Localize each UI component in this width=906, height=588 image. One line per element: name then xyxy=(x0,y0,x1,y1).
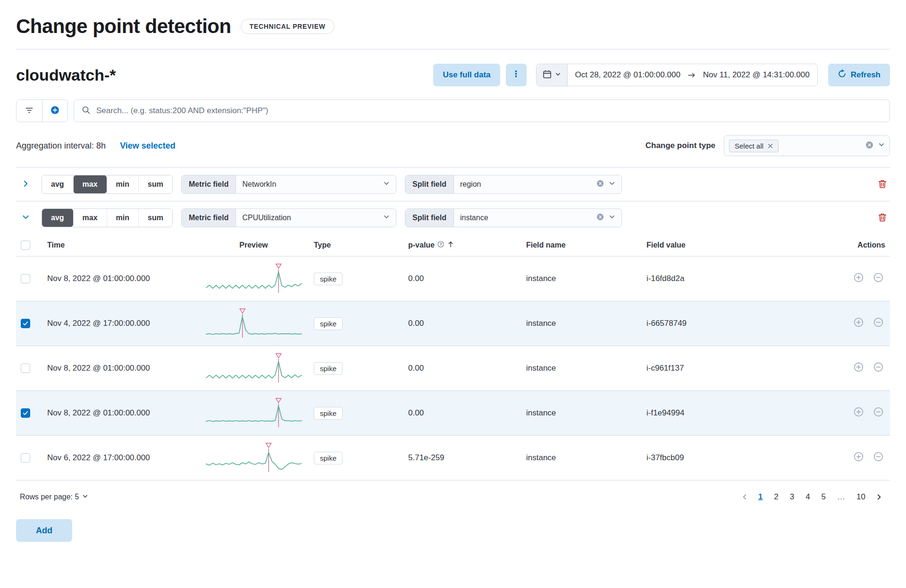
use-full-data-button[interactable]: Use full data xyxy=(433,64,500,86)
split-field-combobox[interactable]: region xyxy=(454,175,621,193)
fn-max-button[interactable]: max xyxy=(73,209,107,227)
metric-field-value: CPUUtilization xyxy=(242,214,378,222)
toolbar: cloudwatch-* Use full data Oct 28, 2022 … xyxy=(16,64,890,86)
delete-config-button[interactable] xyxy=(878,213,887,224)
search-icon xyxy=(82,106,91,116)
metric-field-select[interactable]: CPUUtilization xyxy=(236,209,396,227)
pagination: 12345…10 xyxy=(738,490,886,504)
chevron-down-icon xyxy=(609,180,615,189)
filter-icon xyxy=(25,106,34,116)
search-row xyxy=(16,99,890,122)
row-checkbox[interactable] xyxy=(21,274,30,283)
row-p-value: 0.00 xyxy=(403,257,521,301)
filter-sets-button[interactable] xyxy=(17,100,42,122)
date-picker-menu-button[interactable] xyxy=(537,64,568,86)
split-field-label: Split field xyxy=(405,175,454,193)
page-number[interactable]: 5 xyxy=(817,490,830,504)
clear-selection-icon[interactable] xyxy=(865,141,873,151)
zoom-in-action-icon[interactable] xyxy=(854,407,864,417)
page-number[interactable]: 3 xyxy=(785,490,799,504)
expand-accordion-button[interactable] xyxy=(18,177,33,192)
zoom-in-action-icon[interactable] xyxy=(854,452,864,462)
page-number[interactable]: 1 xyxy=(754,490,767,504)
table-row: Nov 4, 2022 @ 17:00:00.000 spike 0.00 in… xyxy=(16,301,890,346)
row-type-badge: spike xyxy=(314,407,343,420)
chevron-down-icon xyxy=(22,213,30,223)
search-box xyxy=(74,99,890,122)
next-page-button[interactable] xyxy=(872,492,886,502)
fn-min-button[interactable]: min xyxy=(107,209,138,227)
row-field-name: instance xyxy=(521,257,642,301)
view-selected-link[interactable]: View selected xyxy=(120,141,176,151)
clear-selection-icon[interactable] xyxy=(596,213,604,223)
date-start[interactable]: Oct 28, 2022 @ 01:00:00.000 xyxy=(568,70,688,80)
row-checkbox[interactable] xyxy=(21,319,30,328)
question-in-circle-icon: ? xyxy=(437,241,444,249)
search-input[interactable] xyxy=(96,106,882,116)
header-preview: Preview xyxy=(198,234,309,257)
row-checkbox[interactable] xyxy=(21,453,30,463)
rows-per-page-label: Rows per page: 5 xyxy=(20,493,79,501)
page-number[interactable]: 4 xyxy=(801,490,814,504)
row-field-name: instance xyxy=(521,391,642,436)
page-number[interactable]: 2 xyxy=(769,490,783,504)
row-p-value: 0.00 xyxy=(403,301,521,346)
table-body: Nov 8, 2022 @ 01:00:00.000 spike 0.00 in… xyxy=(16,257,890,480)
row-p-value: 0.00 xyxy=(403,391,521,436)
header-actions: Actions xyxy=(797,234,890,257)
chevron-down-icon xyxy=(383,214,390,222)
add-config-button[interactable]: Add xyxy=(16,519,72,542)
fn-sum-button[interactable]: sum xyxy=(138,209,172,227)
zoom-in-action-icon[interactable] xyxy=(854,362,864,372)
header-field-name: Field name xyxy=(521,234,642,257)
header-divider xyxy=(16,49,890,50)
zoom-in-action-icon[interactable] xyxy=(854,317,864,327)
rows-per-page-button[interactable]: Rows per page: 5 xyxy=(20,493,88,501)
change-point-type-combobox[interactable]: Select all xyxy=(724,135,890,156)
fn-sum-button[interactable]: sum xyxy=(138,175,172,193)
header-type: Type xyxy=(309,234,403,257)
change-point-type-pill: Select all xyxy=(729,140,779,152)
technical-preview-badge: TECHNICAL PREVIEW xyxy=(241,19,335,34)
prev-page-button[interactable] xyxy=(738,492,752,502)
date-end[interactable]: Nov 11, 2022 @ 14:31:00.000 xyxy=(696,70,817,80)
row-preview-chart xyxy=(203,442,304,473)
clear-selection-icon[interactable] xyxy=(596,180,604,189)
table-row: Nov 6, 2022 @ 17:00:00.000 spike 5.71e-2… xyxy=(16,436,890,480)
data-view-title: cloudwatch-* xyxy=(16,66,116,84)
function-button-group: avg max min sum xyxy=(42,175,173,194)
fn-min-button[interactable]: min xyxy=(107,175,138,193)
delete-config-button[interactable] xyxy=(878,179,887,190)
aggregation-interval-label: Aggregation interval: 8h xyxy=(16,141,106,151)
filter-out-action-icon[interactable] xyxy=(873,452,883,462)
query-menu-button[interactable] xyxy=(506,64,527,86)
metric-field-select[interactable]: NetworkIn xyxy=(236,175,396,193)
zoom-in-action-icon[interactable] xyxy=(854,273,864,282)
select-all-checkbox[interactable] xyxy=(21,240,30,250)
row-time: Nov 8, 2022 @ 01:00:00.000 xyxy=(42,257,198,301)
remove-pill-icon[interactable] xyxy=(768,142,773,150)
row-type-badge: spike xyxy=(314,362,343,375)
fn-max-button[interactable]: max xyxy=(73,175,107,193)
split-field-combobox[interactable]: instance xyxy=(454,209,621,227)
svg-text:?: ? xyxy=(439,242,442,247)
collapse-accordion-button[interactable] xyxy=(18,210,33,225)
filter-out-action-icon[interactable] xyxy=(873,407,883,417)
refresh-button[interactable]: Refresh xyxy=(828,64,890,86)
row-field-name: instance xyxy=(521,346,642,391)
split-field-value: region xyxy=(460,180,592,189)
header-p-value[interactable]: p-value ? xyxy=(403,234,521,257)
trash-icon xyxy=(878,179,887,190)
filter-out-action-icon[interactable] xyxy=(873,273,883,282)
filter-out-action-icon[interactable] xyxy=(873,317,883,327)
row-checkbox[interactable] xyxy=(21,408,30,418)
row-checkbox[interactable] xyxy=(21,364,30,373)
add-filter-button[interactable] xyxy=(42,100,67,122)
calendar-icon xyxy=(543,70,552,80)
chevron-right-icon xyxy=(22,180,30,189)
page-number[interactable]: 10 xyxy=(852,490,870,504)
fn-avg-button[interactable]: avg xyxy=(42,209,73,227)
filter-out-action-icon[interactable] xyxy=(873,362,883,372)
fn-avg-button[interactable]: avg xyxy=(42,175,73,193)
trash-icon xyxy=(878,213,887,224)
